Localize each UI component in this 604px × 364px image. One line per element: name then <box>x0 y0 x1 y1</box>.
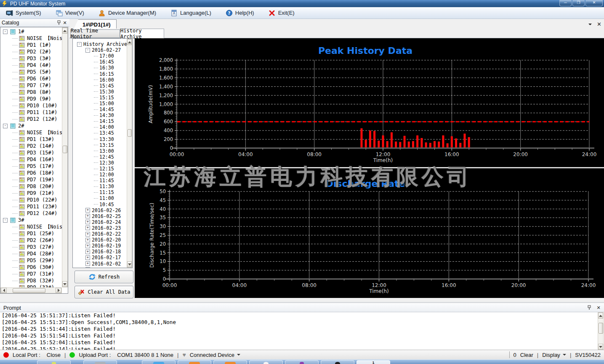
close-panel-icon[interactable]: ✕ <box>62 20 68 26</box>
scroll-left-arrow[interactable] <box>1 288 7 293</box>
tab-list-dropdown-icon[interactable] <box>588 24 592 25</box>
tree-item-pd12-12[interactable]: PD12 (12#) <box>0 116 62 122</box>
taskbar-app-button[interactable]: 1 <box>357 360 390 364</box>
archive-time-11-00[interactable]: 11:00 <box>74 195 127 201</box>
scrollbar-thumb[interactable] <box>13 288 45 293</box>
scroll-down-arrow[interactable] <box>598 344 603 350</box>
archive-vertical-scrollbar[interactable] <box>127 39 132 268</box>
taskbar-app-button[interactable] <box>178 360 211 364</box>
archive-time-13-30[interactable]: 13:30 <box>74 136 127 142</box>
taskbar-app-button[interactable] <box>142 360 176 364</box>
tree-item-pd4-4[interactable]: PD4 (4#) <box>0 62 62 69</box>
restore-button[interactable]: ❐ <box>572 0 585 6</box>
tree-item-pd5-17[interactable]: PD5 (17#) <box>0 163 62 170</box>
taskbar-app-button[interactable] <box>213 360 247 364</box>
archive-time-11-15[interactable]: 11:15 <box>74 189 127 195</box>
menu-item-view-v[interactable]: View(V) <box>54 8 86 18</box>
tree-item-pd11-11[interactable]: PD11 (11#) <box>0 109 62 116</box>
refresh-button[interactable]: Refresh <box>75 271 133 283</box>
archive-date-2016-02-01[interactable]: +2016-02-01 <box>74 267 127 268</box>
taskbar-app-button[interactable] <box>83 360 117 364</box>
log-vertical-scrollbar[interactable] <box>598 312 604 350</box>
tree-item-noise-noise-c[interactable]: NOISE 【Noise C <box>0 223 62 230</box>
menu-item-exit-e[interactable]: Exit(E) <box>267 8 296 18</box>
menu-item-system-s[interactable]: System(S) <box>4 8 43 18</box>
tree-item-pd5-29[interactable]: PD5 (29#) <box>0 257 62 264</box>
tree-item-noise-noise-c[interactable]: NOISE 【Noise C <box>0 129 62 136</box>
archive-time-12-30[interactable]: 12:30 <box>74 160 127 166</box>
tree-item-pd10-22[interactable]: PD10 (22#) <box>0 197 62 203</box>
scroll-right-arrow[interactable] <box>56 288 61 293</box>
taskbar-app-button[interactable] <box>285 360 319 364</box>
tree-item-pd12-24[interactable]: PD12 (24#) <box>0 210 62 217</box>
clear-all-data-button[interactable]: Clear All Data <box>75 286 133 298</box>
archive-date-2016-02-19[interactable]: +2016-02-19 <box>74 243 127 249</box>
tree-item-pd6-6[interactable]: PD6 (6#) <box>0 75 62 82</box>
tree-item-pd8-8[interactable]: PD8 (8#) <box>0 89 62 96</box>
tree-item-pd3-15[interactable]: PD3 (15#) <box>0 149 62 156</box>
scroll-down-arrow[interactable] <box>62 281 67 287</box>
tree-item-pd7-31[interactable]: PD7 (31#) <box>0 271 62 277</box>
collapse-expander-icon[interactable]: - <box>77 42 82 47</box>
tree-item-pd3-3[interactable]: PD3 (3#) <box>0 55 62 62</box>
expand-expander-icon[interactable]: + <box>85 232 90 236</box>
catalog-horizontal-scrollbar[interactable] <box>0 287 62 293</box>
archive-time-16-15[interactable]: 16:15 <box>74 71 127 77</box>
tree-item-pd9-9[interactable]: PD9 (9#) <box>0 96 62 102</box>
archive-time-16-00[interactable]: 16:00 <box>74 77 127 83</box>
archive-time-14-15[interactable]: 14:15 <box>74 118 127 124</box>
tree-group-1[interactable]: -1# <box>0 28 62 35</box>
expand-expander-icon[interactable]: + <box>85 238 90 242</box>
archive-time-14-45[interactable]: 14:45 <box>74 106 127 112</box>
tree-item-pd9-21[interactable]: PD9 (21#) <box>0 190 62 197</box>
archive-time-11-45[interactable]: 11:45 <box>74 178 127 183</box>
scroll-up-arrow[interactable] <box>62 28 67 34</box>
menu-item-language-l[interactable]: ALanguage(L) <box>169 8 213 18</box>
tree-group-2[interactable]: -2# <box>0 122 62 129</box>
tree-item-pd11-23[interactable]: PD11 (23#) <box>0 203 62 210</box>
menu-item-device-manager-m[interactable]: Device Manager(M) <box>97 8 158 18</box>
pin-icon[interactable] <box>586 305 592 311</box>
taskbar-app-button[interactable] <box>37 360 71 364</box>
tree-item-pd10-10[interactable]: PD10 (10#) <box>0 102 62 109</box>
connected-device-dropdown[interactable]: Connected Device <box>190 352 240 358</box>
scroll-down-arrow[interactable] <box>127 261 132 267</box>
archive-date-2016-02-26[interactable]: +2016-02-26 <box>74 207 127 213</box>
archive-time-14-00[interactable]: 14:00 <box>74 124 127 130</box>
archive-time-16-45[interactable]: 16:45 <box>74 59 127 65</box>
archive-time-16-30[interactable]: 16:30 <box>74 65 127 71</box>
archive-time-13-45[interactable]: 13:45 <box>74 130 127 136</box>
tree-item-pd2-26[interactable]: PD2 (26#) <box>0 237 62 244</box>
collapse-expander-icon[interactable]: - <box>3 218 8 223</box>
scroll-up-arrow[interactable] <box>598 313 603 319</box>
tree-item-noise-noise-c[interactable]: NOISE 【Noise C <box>0 35 62 42</box>
tree-item-pd4-28[interactable]: PD4 (28#) <box>0 250 62 257</box>
collapse-expander-icon[interactable]: - <box>3 124 8 128</box>
menu-item-help-h[interactable]: ?Help(H) <box>224 8 256 18</box>
archive-time-15-30[interactable]: 15:30 <box>74 89 127 95</box>
tree-item-pd1-13[interactable]: PD1 (13#) <box>0 136 62 143</box>
archive-time-15-15[interactable]: 15:15 <box>74 95 127 101</box>
archive-date-2016-02-25[interactable]: +2016-02-25 <box>74 213 127 219</box>
archive-date-2016-02-18[interactable]: +2016-02-18 <box>74 249 127 255</box>
archive-root-history-archive[interactable]: -History Archive <box>74 41 127 47</box>
expand-expander-icon[interactable]: + <box>85 250 90 254</box>
taskbar-app-button[interactable] <box>321 360 354 364</box>
expand-expander-icon[interactable]: + <box>85 255 90 260</box>
tree-item-pd8-32[interactable]: PD8 (32#) <box>0 277 62 284</box>
tree-item-pd1-25[interactable]: PD1 (25#) <box>0 230 62 237</box>
archive-time-17-00[interactable]: 17:00 <box>74 53 127 59</box>
close-button[interactable]: ✕ <box>585 0 603 6</box>
tree-item-pd2-14[interactable]: PD2 (14#) <box>0 143 62 149</box>
archive-date-2016-02-27[interactable]: -2016-02-27 <box>74 47 127 53</box>
expand-expander-icon[interactable]: + <box>85 208 90 213</box>
archive-date-2016-02-24[interactable]: +2016-02-24 <box>74 219 127 225</box>
expand-expander-icon[interactable]: + <box>85 267 90 268</box>
archive-date-2016-02-20[interactable]: +2016-02-20 <box>74 237 127 243</box>
close-panel-icon[interactable]: ✕ <box>596 305 601 311</box>
pin-icon[interactable] <box>56 20 62 26</box>
tab-real-time-monitor[interactable]: Real Time Monitor <box>70 29 120 38</box>
archive-date-2016-02-02[interactable]: +2016-02-02 <box>74 260 127 266</box>
archive-time-12-00[interactable]: 12:00 <box>74 172 127 178</box>
tree-item-pd7-19[interactable]: PD7 (19#) <box>0 176 62 183</box>
